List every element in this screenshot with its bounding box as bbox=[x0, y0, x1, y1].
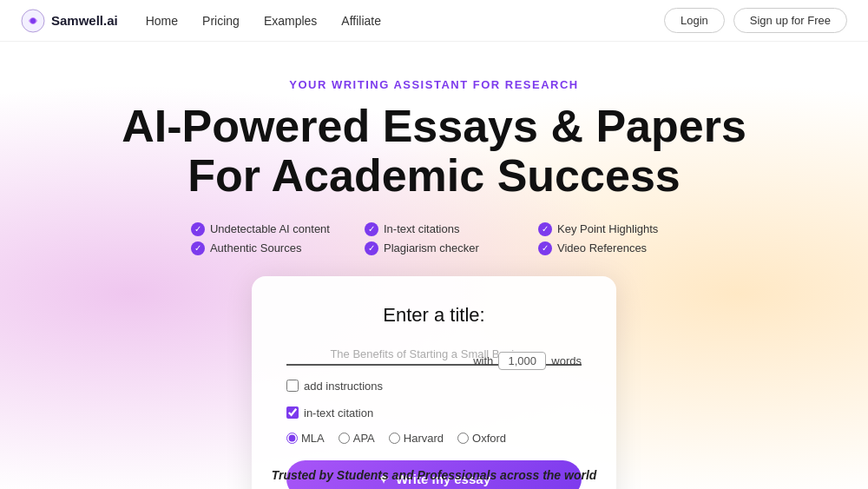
check-icon-6: ✓ bbox=[538, 241, 552, 255]
navbar-left: Samwell.ai Home Pricing Examples Affilia… bbox=[21, 9, 381, 33]
feature-4: ✓ Authentic Sources bbox=[191, 241, 330, 255]
nav-examples[interactable]: Examples bbox=[264, 14, 317, 28]
words-row: with words bbox=[473, 352, 582, 370]
check-icon-1: ✓ bbox=[191, 222, 205, 236]
feature-1: ✓ Undetectable AI content bbox=[191, 222, 330, 236]
radio-mla[interactable] bbox=[286, 433, 298, 444]
check-icon-3: ✓ bbox=[538, 222, 552, 236]
words-input[interactable] bbox=[498, 352, 546, 370]
citation-apa[interactable]: APA bbox=[339, 432, 375, 445]
nav-links: Home Pricing Examples Affiliate bbox=[146, 14, 381, 28]
radio-harvard[interactable] bbox=[389, 433, 400, 444]
hero-title-line2: For Academic Success bbox=[187, 150, 680, 201]
hero-title: AI-Powered Essays & Papers For Academic … bbox=[0, 102, 868, 201]
nav-pricing[interactable]: Pricing bbox=[202, 14, 240, 28]
navbar: Samwell.ai Home Pricing Examples Affilia… bbox=[0, 0, 868, 42]
add-instructions-label[interactable]: add instructions bbox=[286, 380, 383, 393]
feature-5: ✓ Plagiarism checker bbox=[365, 241, 503, 255]
nav-affiliate[interactable]: Affiliate bbox=[341, 14, 381, 28]
citation-oxford[interactable]: Oxford bbox=[457, 432, 506, 445]
essay-card: Enter a title: add instructions with wor… bbox=[252, 276, 616, 489]
add-instructions-checkbox[interactable] bbox=[286, 380, 299, 392]
check-icon-2: ✓ bbox=[365, 222, 378, 236]
in-text-citation-checkbox[interactable] bbox=[286, 406, 299, 419]
navbar-right: Login Sign up for Free bbox=[664, 8, 847, 33]
logo-icon bbox=[21, 9, 45, 33]
feature-6: ✓ Video References bbox=[538, 241, 677, 255]
add-instructions-container: add instructions bbox=[286, 380, 383, 400]
hero-title-line1: AI-Powered Essays & Papers bbox=[122, 101, 746, 151]
citation-style-row: MLA APA Harvard Oxford bbox=[286, 432, 582, 445]
feature-2: ✓ In-text citations bbox=[365, 222, 503, 236]
citation-harvard[interactable]: Harvard bbox=[389, 432, 444, 445]
form-row-1: add instructions with words bbox=[286, 380, 582, 400]
svg-point-1 bbox=[30, 18, 36, 23]
check-icon-5: ✓ bbox=[365, 241, 378, 255]
logo: Samwell.ai bbox=[21, 9, 118, 33]
login-button[interactable]: Login bbox=[664, 8, 725, 33]
signup-button[interactable]: Sign up for Free bbox=[733, 8, 847, 33]
citation-row: in-text citation bbox=[286, 406, 582, 420]
footer-text: Trusted by Students and Professionals ac… bbox=[0, 468, 868, 482]
citation-mla[interactable]: MLA bbox=[286, 432, 325, 445]
hero-section: YOUR WRITING ASSISTANT FOR RESEARCH AI-P… bbox=[0, 42, 868, 276]
radio-oxford[interactable] bbox=[457, 433, 469, 444]
feature-3: ✓ Key Point Highlights bbox=[538, 222, 677, 236]
check-icon-4: ✓ bbox=[191, 241, 205, 255]
features-grid: ✓ Undetectable AI content ✓ In-text cita… bbox=[191, 222, 677, 255]
hero-subtitle: YOUR WRITING ASSISTANT FOR RESEARCH bbox=[0, 78, 868, 91]
radio-apa[interactable] bbox=[339, 433, 350, 444]
logo-text: Samwell.ai bbox=[51, 13, 118, 28]
card-title: Enter a title: bbox=[286, 304, 582, 327]
nav-home[interactable]: Home bbox=[146, 14, 178, 28]
